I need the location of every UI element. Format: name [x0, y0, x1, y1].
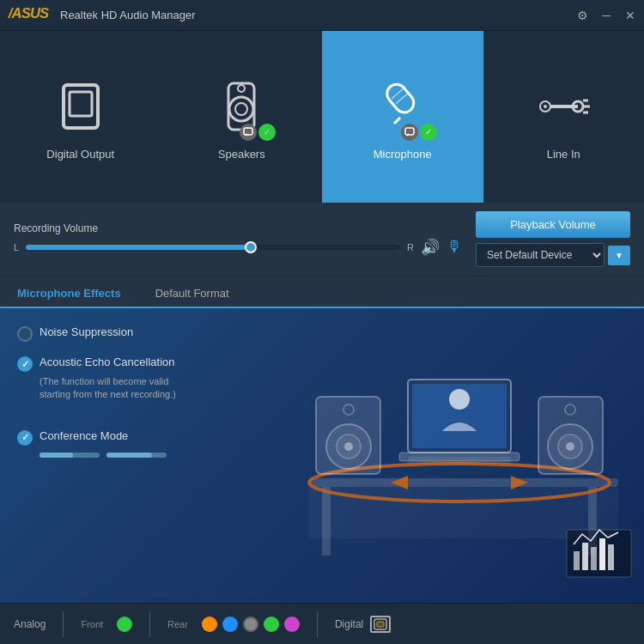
- main-content: Digital Output ✓ Speakers: [0, 31, 644, 644]
- mic-chat-badge: [401, 124, 418, 141]
- svg-point-39: [449, 389, 470, 410]
- svg-rect-8: [383, 80, 417, 116]
- slider-row: L R 🔊 🎙: [14, 238, 462, 257]
- left-label: L: [14, 242, 19, 252]
- conference-slider-1-fill: [39, 453, 73, 458]
- svg-rect-7: [244, 128, 252, 135]
- speakers-label: Speakers: [218, 148, 265, 161]
- noise-suppression-checkbox[interactable]: [17, 326, 33, 342]
- rear-dot-2[interactable]: [222, 617, 238, 632]
- volume-icons: 🔊 🎙: [421, 238, 462, 257]
- app-title: Realtek HD Audio Manager: [60, 9, 196, 21]
- svg-rect-47: [608, 544, 614, 570]
- rear-label: Rear: [167, 619, 188, 629]
- svg-point-30: [344, 442, 353, 451]
- volume-section: Recording Volume L R 🔊 🎙 Playback Volume…: [0, 203, 644, 276]
- mic-icon[interactable]: 🎙: [447, 238, 462, 256]
- svg-rect-44: [582, 543, 588, 570]
- slider-thumb[interactable]: [245, 241, 257, 253]
- app-logo: /ASUS Realtek HD Audio Manager: [7, 3, 196, 27]
- acoustic-echo-row: Acoustic Echo Cancellation: [17, 355, 240, 372]
- line-in-label: Line In: [547, 148, 580, 161]
- svg-point-6: [238, 85, 245, 92]
- rear-section: Rear: [167, 617, 300, 632]
- tab-speakers[interactable]: ✓ Speakers: [161, 31, 323, 203]
- speaker-icon[interactable]: 🔊: [421, 238, 440, 257]
- svg-point-35: [566, 442, 574, 451]
- svg-rect-20: [309, 478, 618, 487]
- svg-rect-46: [599, 538, 605, 570]
- statusbar: Analog Front Rear Digital: [0, 603, 644, 644]
- svg-rect-41: [408, 457, 511, 464]
- conference-mode-item: Conference Mode: [17, 429, 240, 458]
- digital-icon: [370, 616, 391, 633]
- default-device-select[interactable]: Set Default Device: [476, 243, 605, 267]
- illustration: [275, 311, 644, 603]
- asus-logo-text: /ASUS: [7, 3, 50, 27]
- conference-slider-1[interactable]: [39, 453, 100, 458]
- rear-dot-5[interactable]: [284, 617, 300, 632]
- svg-point-19: [544, 105, 547, 108]
- svg-rect-3: [228, 83, 254, 130]
- conference-slider-2-fill: [106, 453, 152, 458]
- svg-point-5: [235, 103, 247, 115]
- playback-volume-button[interactable]: Playback Volume: [476, 211, 630, 238]
- minimize-button[interactable]: ─: [599, 9, 613, 22]
- acoustic-echo-sublabel: (The function will become validstarting …: [39, 375, 240, 402]
- svg-rect-45: [591, 547, 597, 570]
- recording-volume-label: Recording Volume: [14, 222, 462, 234]
- settings-button[interactable]: ⚙: [575, 9, 589, 22]
- check-badge: ✓: [258, 124, 276, 141]
- tab-line-in[interactable]: Line In: [483, 31, 645, 203]
- device-tabs: Digital Output ✓ Speakers: [0, 31, 644, 203]
- tab-default-format[interactable]: Default Format: [138, 280, 246, 308]
- rear-dot-4[interactable]: [264, 617, 279, 632]
- dropdown-arrow-icon[interactable]: ▼: [608, 246, 630, 265]
- acoustic-echo-item: Acoustic Echo Cancellation (The function…: [17, 355, 240, 402]
- conference-slider-2[interactable]: [106, 453, 167, 458]
- digital-label: Digital: [335, 618, 363, 630]
- speakers-badges: ✓: [240, 124, 276, 141]
- conference-sliders: [39, 453, 240, 458]
- divider-2: [149, 611, 150, 637]
- front-dot-1[interactable]: [117, 617, 132, 632]
- tab-microphone-effects[interactable]: Microphone Effects: [0, 280, 138, 308]
- playback-section: Playback Volume Set Default Device ▼: [476, 211, 630, 267]
- window-controls: ⚙ ─ ✕: [575, 9, 637, 22]
- svg-point-4: [229, 97, 253, 121]
- svg-text:/ASUS: /ASUS: [8, 5, 49, 21]
- default-device-row: Set Default Device ▼: [476, 243, 630, 267]
- right-label: R: [407, 242, 414, 252]
- mic-check-badge: ✓: [420, 124, 437, 141]
- effects-panel: Noise Suppression Acoustic Echo Cancella…: [0, 308, 644, 603]
- rear-dot-1[interactable]: [202, 617, 217, 632]
- speakers-icon: ✓: [207, 72, 276, 141]
- rear-dots: [202, 617, 300, 632]
- acoustic-echo-label: Acoustic Echo Cancellation: [39, 355, 175, 368]
- volume-row: Recording Volume L R 🔊 🎙: [14, 222, 462, 257]
- line-in-icon: [529, 72, 598, 141]
- rear-dot-3[interactable]: [243, 617, 258, 632]
- conference-mode-checkbox[interactable]: [17, 430, 33, 446]
- volume-slider[interactable]: [26, 245, 400, 250]
- front-dots: [117, 617, 132, 632]
- close-button[interactable]: ✕: [623, 9, 637, 22]
- svg-rect-12: [405, 128, 414, 135]
- digital-output-icon: [46, 72, 115, 141]
- svg-rect-49: [377, 622, 384, 627]
- acoustic-echo-checkbox[interactable]: [17, 356, 33, 372]
- tab-microphone[interactable]: ✓ Microphone: [322, 31, 483, 203]
- noise-suppression-label: Noise Suppression: [39, 325, 133, 338]
- slider-fill: [26, 245, 251, 250]
- divider-1: [63, 611, 64, 637]
- conference-mode-label: Conference Mode: [39, 429, 128, 442]
- chat-badge: [240, 124, 257, 141]
- effects-left: Noise Suppression Acoustic Echo Cancella…: [17, 325, 240, 586]
- front-section: Front: [81, 617, 132, 632]
- svg-line-11: [394, 118, 400, 124]
- microphone-label: Microphone: [374, 148, 432, 161]
- conference-mode-row: Conference Mode: [17, 429, 240, 446]
- tab-digital-output[interactable]: Digital Output: [0, 31, 161, 203]
- svg-rect-2: [70, 92, 92, 116]
- microphone-icon: ✓: [368, 72, 437, 141]
